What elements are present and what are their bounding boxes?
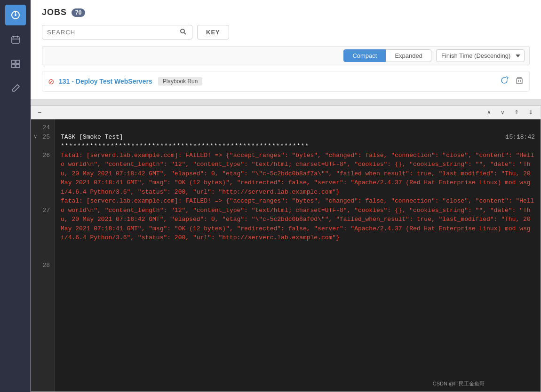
- main-content: JOBS 70 KEY Compact Expanded: [31, 0, 541, 392]
- sidebar-item-edit[interactable]: [5, 78, 26, 99]
- line-number-stars: [31, 141, 55, 151]
- svg-point-1: [15, 14, 16, 16]
- task-time: 15:18:42: [506, 133, 535, 142]
- line-number-26: 26: [31, 151, 55, 160]
- search-button[interactable]: [179, 28, 187, 36]
- terminal-scroll-up-button[interactable]: ∧: [484, 108, 494, 117]
- line-number-25: ∨ 25: [31, 133, 55, 142]
- line-number-blank-27d: [31, 243, 55, 252]
- line-number-blank-27b: [31, 224, 55, 234]
- watermark: CSDN @IT民工金鱼哥: [433, 380, 485, 387]
- sidebar-item-calendar[interactable]: [5, 29, 26, 50]
- task-label: TASK [Smoke Test]: [61, 133, 123, 142]
- expanded-view-button[interactable]: Expanded: [386, 49, 431, 62]
- line-number-28: 28: [31, 261, 55, 270]
- sort-select[interactable]: Finish Time (Descending) Finish Time (As…: [436, 49, 525, 62]
- line-numbers: 24 ∨ 25 26 27 28: [31, 119, 55, 392]
- line-number-blank-26c: [31, 178, 55, 188]
- terminal-line-24: [61, 123, 535, 133]
- key-button[interactable]: KEY: [197, 25, 229, 39]
- terminal-line-27: fatal: [serverc.lab.example.com]: FAILED…: [61, 196, 535, 243]
- svg-line-12: [184, 33, 186, 35]
- jobs-count-badge: 70: [72, 8, 85, 17]
- svg-rect-10: [16, 64, 19, 68]
- svg-rect-8: [16, 60, 19, 63]
- top-section: JOBS 70 KEY Compact Expanded: [31, 0, 541, 100]
- line-number-27: 27: [31, 206, 55, 215]
- job-delete-button[interactable]: [515, 76, 524, 86]
- job-actions: [500, 76, 524, 86]
- terminal-minimize-button[interactable]: −: [36, 108, 43, 117]
- view-toggle: Compact Expanded: [343, 49, 431, 62]
- sidebar: [0, 0, 31, 392]
- terminal-line-stars: ****************************************…: [61, 141, 535, 151]
- terminal-line-25: TASK [Smoke Test] 15:18:42: [61, 133, 535, 142]
- compact-view-button[interactable]: Compact: [343, 49, 386, 62]
- job-tag: Playbook Run: [158, 77, 203, 86]
- terminal-lines: TASK [Smoke Test] 15:18:42 *************…: [55, 119, 541, 392]
- terminal-line-26: fatal: [serverd.lab.example.com]: FAILED…: [61, 151, 535, 197]
- sidebar-item-layout[interactable]: [5, 54, 26, 74]
- search-row: KEY: [42, 25, 530, 39]
- section-divider: [31, 100, 541, 105]
- svg-rect-3: [12, 37, 19, 43]
- line-number-blank-26e: [31, 196, 55, 206]
- terminal-section: − ∧ ∨ ⇑ ⇓ 24 ∨ 25 26 27: [31, 105, 541, 392]
- line-number-blank-27c: [31, 233, 55, 243]
- search-wrapper: [42, 25, 192, 39]
- terminal-scroll-top-button[interactable]: ⇑: [511, 108, 522, 117]
- line-number-blank-26d: [31, 188, 55, 197]
- line-number-blank-26: [31, 160, 55, 169]
- line-number-blank-27e: [31, 251, 55, 261]
- filter-row: Compact Expanded Finish Time (Descending…: [42, 46, 530, 65]
- svg-rect-7: [12, 60, 15, 63]
- line-number-24: 24: [31, 123, 55, 133]
- sidebar-item-dashboard[interactable]: [5, 5, 26, 25]
- terminal-toolbar: − ∧ ∨ ⇑ ⇓: [31, 106, 541, 119]
- line-number-blank-27a: [31, 215, 55, 224]
- terminal-line-28: [61, 243, 535, 252]
- svg-rect-9: [12, 64, 15, 68]
- line-number-blank-26b: [31, 169, 55, 179]
- job-relaunch-button[interactable]: [500, 76, 509, 86]
- terminal-scroll-down-button[interactable]: ∨: [498, 108, 508, 117]
- terminal-content[interactable]: 24 ∨ 25 26 27 28: [31, 119, 541, 392]
- svg-rect-13: [517, 78, 522, 84]
- jobs-header: JOBS 70: [42, 8, 530, 17]
- job-row: ⊘ 131 - Deploy Test WebServers Playbook …: [42, 71, 530, 92]
- search-input[interactable]: [47, 29, 179, 36]
- jobs-title: JOBS: [42, 8, 67, 17]
- job-title[interactable]: 131 - Deploy Test WebServers: [59, 78, 152, 85]
- job-status-icon: ⊘: [48, 77, 54, 86]
- svg-point-11: [181, 29, 184, 33]
- terminal-scroll-bottom-button[interactable]: ⇓: [525, 108, 536, 117]
